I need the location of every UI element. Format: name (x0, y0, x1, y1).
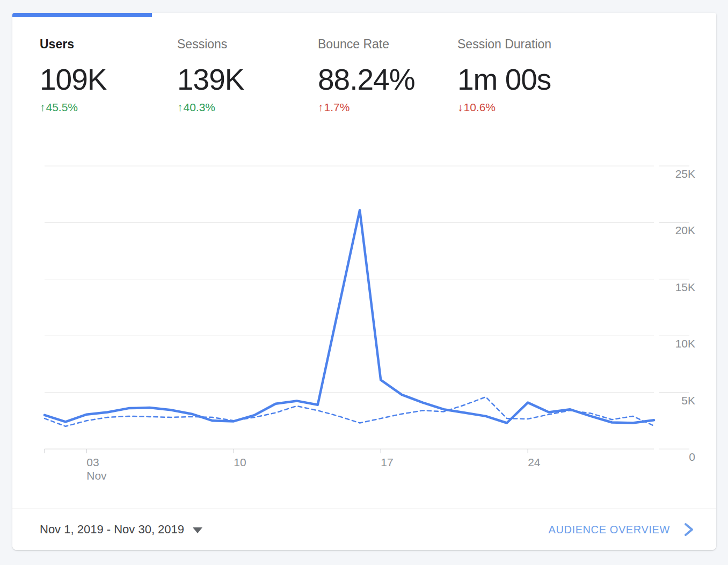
svg-text:10: 10 (234, 456, 246, 468)
svg-text:5K: 5K (681, 394, 695, 407)
svg-text:17: 17 (381, 456, 393, 468)
card-footer: Nov 1, 2019 - Nov 30, 2019 AUDIENCE OVER… (12, 509, 716, 550)
svg-text:Nov: Nov (86, 469, 107, 482)
caret-down-icon (193, 527, 202, 533)
analytics-overview-card: Users 109K ↑45.5% Sessions 139K ↑40.3% B… (12, 13, 716, 550)
date-range-label: Nov 1, 2019 - Nov 30, 2019 (40, 523, 184, 537)
audience-overview-link[interactable]: AUDIENCE OVERVIEW (548, 523, 695, 537)
svg-text:0: 0 (689, 451, 695, 463)
chevron-right-icon (683, 523, 695, 537)
svg-text:03: 03 (86, 456, 99, 468)
svg-text:24: 24 (528, 456, 541, 468)
users-line-chart[interactable]: 05K10K15K20K25K03Nov101724 (12, 13, 716, 550)
svg-text:15K: 15K (675, 281, 695, 293)
date-range-selector[interactable]: Nov 1, 2019 - Nov 30, 2019 (40, 523, 202, 537)
audience-overview-label: AUDIENCE OVERVIEW (548, 523, 670, 536)
svg-text:20K: 20K (675, 224, 695, 236)
svg-text:25K: 25K (675, 168, 695, 180)
svg-text:10K: 10K (675, 337, 695, 350)
